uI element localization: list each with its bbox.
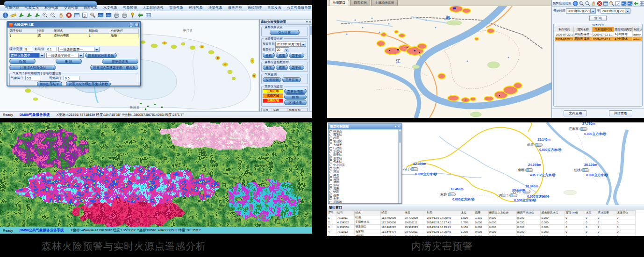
identify-icon[interactable]: [89, 12, 96, 19]
magnify-plus-icon[interactable]: [579, 0, 584, 6]
satellite-button[interactable]: 卫星监测: [282, 77, 301, 82]
col-header[interactable]: 时间: [426, 211, 460, 215]
warning-region-list[interactable]: 选择 名称 预警区域: [261, 108, 308, 111]
refresh-icon[interactable]: [81, 12, 88, 19]
pan-tool-icon[interactable]: [34, 12, 41, 19]
forest-params-button[interactable]: 设置综合森林因子图生成参数: [90, 65, 138, 70]
menu-item[interactable]: 雷电气象: [167, 6, 186, 10]
menu-item[interactable]: 系统管理: [245, 6, 264, 10]
analyze-button[interactable]: 分析: [263, 53, 275, 58]
magnify-plus-icon[interactable]: [42, 12, 49, 19]
warn-time-select[interactable]: 20: [275, 47, 289, 52]
magnify-minus-icon[interactable]: [585, 0, 590, 6]
col-header[interactable]: 站号: [336, 211, 355, 215]
layer-checkbox[interactable]: [329, 154, 332, 157]
level-params-button[interactable]: 设置火险等级图形生成参数: [66, 81, 111, 86]
layer-checkbox[interactable]: [329, 137, 332, 140]
warning-row[interactable]: 2009-07-22 1... 风险图-暴雨... 2009-07-22 1..…: [555, 32, 643, 37]
station-data-row[interactable]: 17711011 松滋113.400000 29.7300002014/12/3…: [328, 215, 636, 220]
impact-set-button[interactable]: 影响值设置: [102, 59, 138, 64]
globe-icon[interactable]: [2, 12, 9, 19]
pin-icon[interactable]: [306, 20, 308, 24]
map-image-icon[interactable]: [627, 0, 633, 6]
menu-item[interactable]: 决策气象: [206, 6, 225, 10]
layer-checkbox[interactable]: [329, 194, 332, 197]
col-header[interactable]: 影响值: [88, 29, 110, 34]
layer-item[interactable]: 铁路: [329, 190, 397, 193]
factor-row[interactable]: 1 面 森林分布图 1 地物: [9, 34, 138, 38]
measure-ruler-icon[interactable]: [10, 12, 17, 19]
hand-icon[interactable]: [57, 12, 64, 19]
layer-item[interactable]: 堤防: [329, 177, 397, 180]
show-button[interactable]: 显示: [263, 65, 275, 70]
layer-checkbox[interactable]: [329, 140, 332, 143]
station-data-row[interactable]: 24.134562 天阳桥水库112.200000 29.8011112014/…: [328, 220, 636, 225]
grid-calc-button[interactable]: 计算综合指数Grid: [9, 65, 56, 70]
dialog-titlebar[interactable]: 火险因子计算 ▁: [7, 22, 140, 28]
map-layer-icon[interactable]: [97, 12, 104, 19]
factor-select[interactable]: 森林火险因子: [9, 53, 45, 58]
identify-icon[interactable]: [609, 0, 615, 6]
layer-item[interactable]: 居民地: [329, 200, 397, 203]
layer-item[interactable]: 预警站: [329, 133, 397, 136]
layer-checkbox[interactable]: [329, 167, 332, 170]
menu-item[interactable]: 日常发布: [265, 6, 284, 10]
area-params-button[interactable]: 设置面状分析参数: [85, 53, 117, 58]
window-icon[interactable]: [603, 0, 608, 6]
layer-item[interactable]: 水库: [329, 167, 397, 170]
end-date-picker[interactable]: 2009年07月29日: [601, 8, 630, 14]
start-date-picker[interactable]: 2009年07月22日: [566, 8, 596, 14]
layer-checkbox[interactable]: [329, 201, 332, 203]
field-select[interactable]: —请选择字段值—: [46, 53, 84, 58]
make-map-button[interactable]: 成图: [276, 65, 288, 70]
station-data-row[interactable]: 54.134566 城陵矶113.102344 29.0601672014/12…: [328, 234, 636, 236]
layer-checkbox[interactable]: [329, 157, 332, 160]
col-header[interactable]: 水位: [460, 211, 474, 215]
forest-map-button[interactable]: 森林分布图: [284, 89, 307, 94]
delete-button[interactable]: 删 除: [284, 94, 307, 100]
tab-soil-moisture[interactable]: 土壤墒情监测: [371, 0, 398, 6]
col-header[interactable]: 站名: [355, 211, 381, 215]
col-header[interactable]: 制作人: [633, 27, 643, 32]
layer-checkbox[interactable]: [329, 174, 332, 177]
export-icon[interactable]: [121, 12, 128, 19]
col-header[interactable]: 流量: [474, 211, 488, 215]
menu-item[interactable]: 人工影响天气: [140, 6, 166, 10]
hydro-map[interactable]: 石门 32.380m 0.000立方米/秒 安乡 13.460m 0.006立方…: [327, 122, 644, 205]
station-data-row[interactable]: 36.134556 管家湖口112.461222 29.9033332014/1…: [328, 225, 636, 229]
make-map-button[interactable]: 成图: [276, 53, 288, 58]
layer-checkbox[interactable]: [329, 197, 332, 200]
menu-item[interactable]: 公共气象服务网: [285, 6, 312, 10]
layer-item[interactable]: 渠道: [329, 173, 397, 177]
col-header[interactable]: 预报时段类型: [614, 27, 633, 32]
layer-checkbox[interactable]: [329, 164, 332, 166]
col-header[interactable]: 河水流量: [597, 211, 616, 215]
close-button[interactable]: [135, 23, 139, 27]
col-header[interactable]: 纬度: [404, 211, 426, 215]
layer-item[interactable]: 道路: [329, 187, 397, 190]
remote-sensing-canvas[interactable]: [0, 122, 312, 227]
hand-icon[interactable]: [591, 0, 596, 6]
grid-calc-button[interactable]: Grid计算: [270, 30, 300, 35]
col-header[interactable]: 经度: [381, 211, 404, 215]
publish-button[interactable]: 文件发布: [564, 110, 587, 116]
printer-icon[interactable]: [113, 12, 120, 19]
close-icon[interactable]: [397, 125, 400, 128]
layer-item[interactable]: 县界: [329, 194, 397, 197]
layer-checkbox[interactable]: [329, 160, 332, 163]
delete-button[interactable]: 删 除: [56, 59, 82, 64]
col-header[interactable]: 分析途径: [110, 29, 139, 34]
panel-scrollbar[interactable]: [309, 25, 312, 111]
tab-map-window[interactable]: 地图窗口: [329, 0, 349, 6]
minimize-button[interactable]: ▁: [129, 23, 133, 27]
warn-date-select[interactable]: 2013年10月13日: [275, 42, 306, 47]
warning-row[interactable]: 2009-07-22 1 风险图-暴雨 2009-07-22 1 3小时降水 a…: [555, 37, 643, 42]
col-header[interactable]: 因子类别: [9, 29, 37, 34]
refresh-icon[interactable]: [615, 0, 621, 6]
buffer-input[interactable]: 8: [24, 47, 33, 51]
layer-checkbox[interactable]: [329, 187, 332, 190]
layer-item[interactable]: 中小河流: [329, 164, 397, 167]
add-button[interactable]: 添 加: [9, 59, 36, 64]
col-header[interactable]: 超出最高水位: [541, 211, 565, 215]
pin-icon[interactable]: [129, 12, 136, 19]
